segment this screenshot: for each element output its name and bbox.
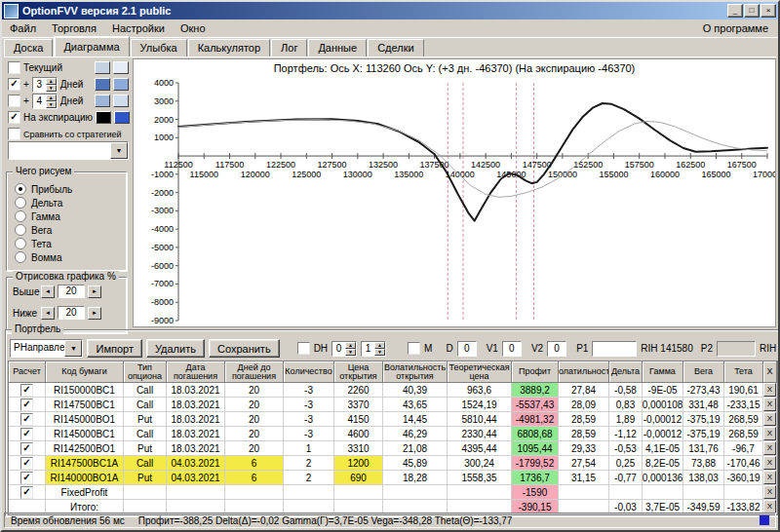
row-checkbox[interactable]: ✓ — [20, 428, 33, 440]
compare-checkbox[interactable] — [8, 128, 20, 140]
save-button[interactable]: Сохранить — [209, 339, 280, 358]
arrow-left-icon[interactable]: ◄ — [41, 285, 55, 298]
plus4-days-stepper[interactable]: 4 ▲▼ — [32, 94, 58, 109]
delete-row-button[interactable]: X — [763, 441, 776, 455]
row-checkbox[interactable]: ✓ — [20, 457, 33, 470]
tab-item[interactable]: Диаграмма — [54, 36, 129, 57]
column-header[interactable]: Вега — [683, 361, 724, 383]
color-swatch[interactable] — [114, 111, 130, 124]
tab-item[interactable]: Улыбка — [131, 39, 187, 57]
current-checkbox[interactable] — [8, 61, 20, 74]
tab-item[interactable]: Сделки — [368, 39, 424, 57]
delete-row-button[interactable]: X — [763, 427, 776, 440]
delete-row-button[interactable]: X — [763, 398, 776, 411]
color-swatch[interactable] — [113, 78, 129, 91]
spin-down-icon[interactable]: ▼ — [46, 101, 57, 108]
column-header[interactable]: Тип опциона — [124, 361, 167, 383]
tab-item[interactable]: Калькулятор — [188, 39, 270, 57]
radio-option[interactable]: Гамма — [15, 209, 126, 223]
m-checkbox[interactable] — [408, 342, 420, 355]
radio-option[interactable]: Дельта — [15, 196, 126, 209]
radio-option[interactable]: Тета — [15, 237, 126, 250]
radio-option[interactable]: Вега — [15, 223, 126, 237]
color-swatch[interactable] — [95, 78, 110, 91]
delete-row-button[interactable]: X — [763, 500, 776, 513]
color-swatch[interactable] — [95, 61, 110, 74]
menu-item[interactable]: Окно — [173, 20, 214, 36]
spin-down-icon[interactable]: ▼ — [374, 349, 385, 356]
tab-item[interactable]: Доска — [4, 39, 53, 57]
radio-icon[interactable] — [15, 210, 26, 222]
spin-down-icon[interactable]: ▼ — [345, 349, 356, 356]
row-checkbox[interactable]: ✓ — [20, 472, 33, 484]
minimize-button[interactable]: _ — [727, 4, 743, 18]
color-swatch[interactable] — [96, 111, 111, 124]
delete-row-button[interactable]: X — [763, 383, 776, 397]
plus4-checkbox[interactable] — [8, 95, 20, 107]
column-header[interactable]: Код бумаги — [46, 361, 124, 383]
menu-item[interactable]: Файл — [2, 20, 44, 36]
spin-up-icon[interactable]: ▲ — [374, 342, 385, 349]
dh-stepper-1[interactable]: 0 ▲▼ — [332, 341, 357, 357]
radio-icon[interactable] — [15, 224, 26, 236]
spin-up-icon[interactable]: ▲ — [345, 342, 356, 349]
arrow-left-icon[interactable]: ◄ — [41, 307, 55, 320]
color-swatch[interactable] — [113, 61, 129, 74]
radio-icon[interactable] — [15, 238, 26, 249]
row-checkbox[interactable]: ✓ — [20, 413, 33, 426]
import-button[interactable]: Импорт — [87, 339, 141, 358]
v2-field[interactable]: 0 — [547, 341, 566, 357]
radio-option[interactable]: Прибыль — [15, 182, 126, 196]
delete-row-button[interactable]: X — [763, 456, 776, 470]
column-header[interactable]: Дней до погашения — [225, 361, 284, 383]
column-header[interactable]: Волатильность — [559, 361, 609, 383]
d-field[interactable]: 0 — [457, 341, 477, 357]
menu-item[interactable]: Торговля — [44, 20, 104, 36]
row-checkbox[interactable]: ✓ — [20, 399, 33, 411]
menu-item-about[interactable]: О программе — [693, 20, 778, 36]
column-header[interactable]: Волатильность открытия — [383, 361, 448, 383]
p1-field[interactable] — [592, 341, 637, 357]
radio-icon[interactable] — [15, 197, 26, 209]
radio-option[interactable]: Вомма — [15, 250, 126, 264]
delete-row-button[interactable]: X — [763, 412, 776, 426]
color-swatch[interactable] — [113, 95, 129, 107]
radio-icon[interactable] — [15, 251, 26, 263]
menu-item[interactable]: Настройки — [104, 20, 173, 36]
column-header[interactable]: Дельта — [609, 361, 643, 383]
chevron-down-icon[interactable]: ▼ — [64, 340, 82, 357]
maximize-button[interactable]: □ — [744, 4, 760, 18]
spin-up-icon[interactable]: ▲ — [46, 95, 57, 101]
column-header[interactable]: Количество — [284, 361, 334, 383]
strategy-combo[interactable]: ▼ — [8, 141, 129, 160]
column-header[interactable]: Теоретическая цена — [448, 361, 512, 383]
row-checkbox[interactable]: ✓ — [20, 442, 33, 455]
above-value[interactable]: 20 — [58, 285, 85, 298]
v1-field[interactable]: 0 — [502, 341, 522, 357]
chevron-down-icon[interactable]: ▼ — [110, 142, 128, 159]
p2-field[interactable] — [717, 341, 756, 357]
column-header[interactable]: Расчет — [9, 361, 46, 383]
arrow-right-icon[interactable]: ► — [88, 285, 101, 298]
delete-button[interactable]: Удалить — [146, 339, 205, 358]
spin-down-icon[interactable]: ▼ — [46, 85, 57, 92]
delete-row-button[interactable]: X — [763, 485, 776, 499]
row-checkbox[interactable]: ✓ — [20, 384, 33, 397]
column-header[interactable]: Гамма — [643, 361, 683, 383]
dh-stepper-2[interactable]: 1 ▲▼ — [361, 341, 386, 357]
arrow-right-icon[interactable]: ► — [88, 307, 101, 320]
expiry-checkbox[interactable]: ✓ — [8, 111, 20, 124]
tab-item[interactable]: Данные — [308, 39, 367, 57]
row-checkbox[interactable]: ✓ — [20, 486, 33, 499]
column-header[interactable]: Дата погашения — [167, 361, 225, 383]
spin-up-icon[interactable]: ▲ — [46, 78, 57, 85]
column-header[interactable]: X — [763, 361, 777, 383]
direction-combo[interactable]: РНаправле ▼ — [10, 339, 83, 358]
dh-checkbox[interactable] — [297, 342, 310, 355]
column-header[interactable]: Тета — [724, 361, 763, 383]
column-header[interactable]: Профит — [512, 361, 559, 383]
below-value[interactable]: 20 — [58, 306, 85, 320]
column-header[interactable]: Цена открытия — [334, 361, 383, 383]
color-swatch[interactable] — [95, 95, 110, 107]
tab-item[interactable]: Лог — [271, 39, 307, 57]
